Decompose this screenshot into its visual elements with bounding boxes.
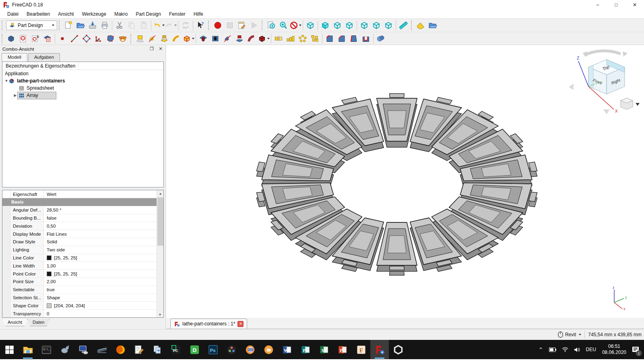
menu-werkzeuge[interactable]: Werkzeuge [78, 10, 110, 18]
property-row[interactable]: Line Color[25, 25, 25] [2, 254, 157, 262]
taskbar-sketch-app[interactable] [259, 340, 278, 359]
menu-bearbeiten[interactable]: Bearbeiten [23, 10, 54, 18]
polar-pattern-button[interactable] [297, 33, 309, 44]
additive-loft-button[interactable] [158, 33, 170, 44]
scroll-up-icon[interactable]: ▲ [157, 190, 164, 197]
create-body-button[interactable] [5, 33, 17, 44]
taskbar-publisher[interactable]: P [296, 340, 315, 359]
container-part[interactable] [377, 94, 417, 142]
pad-button[interactable] [134, 33, 146, 44]
undo-button[interactable] [153, 20, 165, 31]
view-right-button[interactable] [343, 20, 355, 31]
tab-daten[interactable]: Daten [27, 319, 50, 326]
property-row[interactable]: Angular Def...28,50 ° [2, 206, 157, 214]
datum-plane-button[interactable] [80, 33, 93, 44]
multi-transform-button[interactable] [309, 33, 321, 44]
mirrored-button[interactable] [272, 33, 285, 44]
new-document-button[interactable] [62, 20, 74, 31]
create-sketch-button[interactable] [17, 33, 29, 44]
speaker-icon[interactable] [571, 340, 583, 359]
navigation-cube[interactable]: Top Front Right Z X [566, 48, 641, 115]
taskbar-hexagon-app[interactable] [389, 340, 407, 359]
pan-down-icon[interactable] [603, 109, 610, 114]
view-left-button[interactable] [382, 20, 394, 31]
menu-ansicht[interactable]: Ansicht [54, 10, 78, 18]
menu-makro[interactable]: Makro [110, 10, 132, 18]
macro-edit-button[interactable] [236, 20, 248, 31]
close-button[interactable]: ✕ [625, 0, 644, 10]
chevron-down-icon[interactable] [192, 38, 194, 39]
panel-close-icon[interactable]: ✕ [158, 46, 163, 52]
property-row[interactable]: Line Width1,00 [2, 262, 157, 270]
save-document-button[interactable] [87, 20, 99, 31]
tab-modell[interactable]: Modell [2, 53, 27, 62]
workbench-selector[interactable]: Part Design [6, 21, 57, 30]
taskbar-turtle-tool[interactable] [56, 340, 74, 359]
taskbar-moon-app[interactable] [241, 340, 259, 359]
menu-part-design[interactable]: Part Design [132, 10, 165, 18]
taskbar-dev-d[interactable]: D [185, 340, 204, 359]
taskbar-scanner[interactable] [93, 340, 111, 359]
chevron-down-icon[interactable] [174, 25, 177, 26]
tree-item-spreadsheet[interactable]: Spreadsheet [2, 84, 163, 92]
menu-hilfe[interactable]: Hilfe [190, 10, 207, 18]
subtractive-primitive-button[interactable] [258, 33, 270, 44]
additive-pipe-button[interactable] [170, 33, 182, 44]
groove-button[interactable] [221, 33, 233, 44]
datum-point-button[interactable] [56, 33, 68, 44]
taskbar-firefox[interactable] [111, 340, 130, 359]
property-row[interactable]: Draw StyleSolid [2, 238, 157, 246]
battery-icon[interactable] [546, 340, 559, 359]
taskbar-command-prompt[interactable]: C:\_ [37, 340, 56, 359]
rotate-arrow-icon[interactable] [584, 51, 621, 56]
property-row[interactable]: Transparency0 [2, 310, 157, 318]
property-row[interactable]: Point Color[25, 25, 25] [2, 270, 157, 278]
subtractive-pipe-button[interactable] [246, 33, 258, 44]
taskbar-photoshop[interactable]: Ps [204, 340, 222, 359]
measure-button[interactable] [397, 20, 409, 31]
chevron-down-icon[interactable]: ▼ [4, 79, 9, 83]
chevron-down-icon[interactable] [267, 38, 270, 39]
whats-this-button[interactable]: ? [194, 20, 206, 31]
property-row[interactable]: Selectabletrue [2, 286, 157, 294]
taskbar-freecad[interactable] [370, 340, 389, 359]
scroll-down-icon[interactable]: ▼ [157, 311, 163, 318]
property-row[interactable]: Display ModeFlat Lines [2, 230, 157, 238]
edit-sketch-button[interactable] [29, 33, 41, 44]
taskbar-document-tool[interactable] [148, 340, 167, 359]
taskbar-file-explorer[interactable] [19, 340, 37, 359]
fillet-button[interactable] [324, 33, 336, 44]
draft-button[interactable] [348, 33, 360, 44]
zoom-selection-button[interactable] [277, 20, 289, 31]
part-library-button[interactable] [415, 20, 427, 31]
clone-button[interactable] [117, 33, 129, 44]
linear-pattern-button[interactable] [285, 33, 297, 44]
property-row[interactable]: Bounding B...false [2, 214, 157, 222]
taskbar-f-app[interactable]: F [352, 340, 370, 359]
hole-button[interactable] [209, 33, 221, 44]
taskbar-computer[interactable] [74, 340, 93, 359]
chamfer-button[interactable] [336, 33, 348, 44]
maximize-button[interactable]: □ [607, 0, 625, 10]
property-scrollbar[interactable]: ▲ ▼ [157, 190, 163, 318]
taskbar-word[interactable]: W [278, 340, 296, 359]
revolution-button[interactable] [146, 33, 158, 44]
3d-view[interactable]: Top Front Right Z X [166, 45, 644, 318]
tray-expand-icon[interactable]: ⌃ [536, 340, 546, 359]
scrollbar-thumb[interactable] [157, 197, 163, 246]
view-rear-button[interactable] [358, 20, 370, 31]
chevron-down-icon[interactable] [636, 103, 640, 106]
3d-viewport[interactable]: Top Front Right Z X [166, 45, 644, 329]
notification-center-icon[interactable]: 1 [630, 340, 644, 359]
subtractive-loft-button[interactable] [233, 33, 246, 44]
tree-item-array[interactable]: ▶ Array [2, 92, 163, 99]
menu-datei[interactable]: Datei [3, 10, 23, 18]
shape-binder-button[interactable] [105, 33, 117, 44]
macro-record-button[interactable] [212, 20, 224, 31]
language-indicator[interactable]: DEU [583, 340, 599, 359]
datum-line-button[interactable] [68, 33, 80, 44]
chevron-down-icon[interactable] [299, 25, 301, 26]
property-row[interactable]: Deviation0,50 [2, 222, 157, 230]
map-sketch-to-face-button[interactable] [41, 33, 54, 44]
tab-close-icon[interactable]: ✕ [237, 321, 244, 327]
